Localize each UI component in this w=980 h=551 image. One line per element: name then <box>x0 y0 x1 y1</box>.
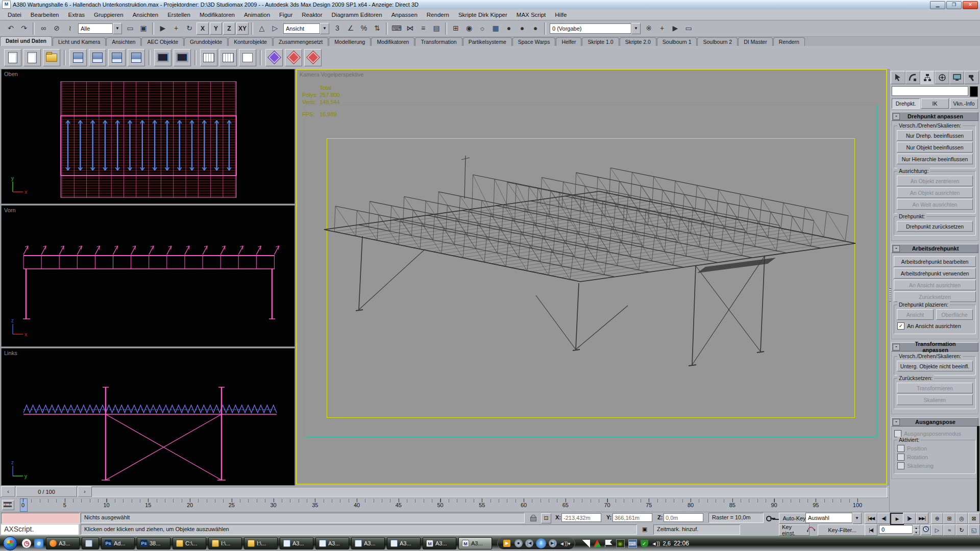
tab-zusammengesetzt[interactable]: Zusammengesetzt <box>273 37 328 46</box>
x-coordinate-field[interactable] <box>561 513 601 522</box>
taskbar-button-viewer-window-2[interactable]: A3... <box>315 537 349 549</box>
zoom-all-icon[interactable]: ⊞ <box>943 513 955 524</box>
select-and-scale-icon[interactable]: △ <box>256 22 268 35</box>
open-file-icon[interactable] <box>23 49 41 66</box>
ik-mode-button[interactable]: IK <box>921 98 949 109</box>
selection-lock-icon[interactable] <box>529 513 538 522</box>
axis-x-toggle[interactable]: X <box>197 22 209 35</box>
isolate-cube-icon[interactable]: ▣ <box>640 525 649 534</box>
chevron-down-icon[interactable]: ▼ <box>113 23 122 34</box>
menu-reaktor[interactable]: Reaktor <box>297 11 327 19</box>
key-mode-toggle[interactable]: |◀| <box>865 524 877 536</box>
key-icon[interactable] <box>766 513 775 522</box>
current-frame-field[interactable] <box>879 525 913 534</box>
next-frame-button[interactable]: ||▶ <box>903 513 916 524</box>
tab-modifikatoren[interactable]: Modifikatoren <box>371 37 414 46</box>
open-folder-icon[interactable] <box>43 49 60 66</box>
link-info-mode-button[interactable]: Vkn.-Info <box>950 98 978 109</box>
taskbar-button-max-window-1[interactable]: MA3... <box>423 537 456 549</box>
tab-konturobjekte[interactable]: Konturobjekte <box>228 37 273 46</box>
align-to-world-button[interactable]: An Welt ausrichten <box>897 199 973 210</box>
viewport-left[interactable]: Links zy <box>1 348 295 486</box>
select-and-link-icon[interactable]: ∞ <box>37 22 50 35</box>
file-link-manager-icon[interactable] <box>174 49 191 66</box>
tab-di-master[interactable]: DI Master <box>738 37 773 46</box>
select-and-manipulate-icon[interactable]: ▷ <box>269 22 281 35</box>
taskbar-clock[interactable]: 22:06 <box>674 540 689 547</box>
pan-view-icon[interactable]: ≈ <box>943 524 955 536</box>
z-coordinate-field[interactable] <box>664 513 703 522</box>
taskbar-button-max-window-2[interactable]: MA3... <box>458 537 492 549</box>
maxscript-mini-listener-pink[interactable] <box>1 513 80 524</box>
zoom-extents-icon[interactable]: ◎ <box>955 513 968 524</box>
render-activeshade-icon[interactable]: ● <box>529 22 542 35</box>
scale-checkbox[interactable] <box>897 462 904 469</box>
media-stop-button[interactable]: ■ <box>514 539 523 547</box>
zoom-extents-all-icon[interactable]: ⊠ <box>968 513 980 524</box>
axis-xy-toggle[interactable]: XY <box>236 22 249 35</box>
menu-ansichten[interactable]: Ansichten <box>128 11 163 19</box>
new-scene-explorer-icon[interactable]: ▭ <box>682 22 695 35</box>
reset-transform-button[interactable]: Transformieren <box>897 383 973 393</box>
media-previous-button[interactable]: |◀ <box>525 539 533 547</box>
pivot-mode-button[interactable]: Drehpkt. <box>892 98 920 109</box>
layer-dropdown[interactable]: 0 (Vorgabe)▼ <box>550 23 641 34</box>
tab-display-icon[interactable] <box>949 71 964 84</box>
menu-animation[interactable]: Animation <box>239 11 275 19</box>
time-configuration-icon[interactable] <box>921 525 931 535</box>
viewport-top-label[interactable]: Oben <box>4 71 18 77</box>
unlink-selection-icon[interactable]: ⊘ <box>51 22 63 35</box>
rotation-checkbox[interactable] <box>897 454 904 461</box>
spreadsheet-tool-icon[interactable] <box>219 49 237 66</box>
tab-skripte-2-0[interactable]: Skripte 2.0 <box>620 37 656 46</box>
tab-grundobjekte[interactable]: Grundobjekte <box>184 37 228 46</box>
go-to-end-button[interactable]: ▶▶| <box>916 513 928 524</box>
menu-anpassen[interactable]: Anpassen <box>387 11 422 19</box>
time-slider-handle[interactable]: 0 / 100 <box>16 486 77 497</box>
tab-datei-und-daten[interactable]: Datei und Daten <box>0 36 52 46</box>
material-editor-icon[interactable]: ◉ <box>463 22 475 35</box>
field-of-view-icon[interactable]: ▷ <box>931 524 943 536</box>
quick-launch-ie-icon[interactable]: e <box>34 539 43 548</box>
next-frame-arrow[interactable]: › <box>78 486 92 497</box>
tab-create-icon[interactable] <box>891 71 905 84</box>
reset-scale-button[interactable]: Skalieren <box>897 394 973 405</box>
use-working-pivot-button[interactable]: Arbeitsdrehpunkt verwenden <box>894 268 976 279</box>
maxscript-mini-listener[interactable]: AXScript. <box>1 524 79 535</box>
time-slider-track[interactable] <box>1 487 887 497</box>
taskbar-button-viewer-window-4[interactable]: A3... <box>387 537 421 549</box>
y-coordinate-field[interactable] <box>612 513 652 522</box>
auto-key-button[interactable]: Auto-Key <box>779 513 810 524</box>
gem-script-red-2-icon[interactable] <box>304 49 322 66</box>
command-panel-scrollbar[interactable] <box>977 426 979 511</box>
new-scene-icon[interactable] <box>4 49 21 66</box>
reset-working-pivot-button[interactable]: Zurücksetzen <box>894 291 976 302</box>
position-checkbox[interactable] <box>897 445 904 452</box>
menu-erstellen[interactable]: Erstellen <box>163 11 195 19</box>
select-object-icon[interactable]: ▶ <box>157 22 169 35</box>
viewport-camera[interactable]: Kamera Vogelperspektive Total Polys:257.… <box>296 69 887 485</box>
menu-modifikatoren[interactable]: Modifikatoren <box>195 11 239 19</box>
taskbar-button-folder-window-3[interactable]: I:\... <box>244 537 278 549</box>
rendered-frame-window-icon[interactable]: ▦ <box>489 22 502 35</box>
graph-editors-icon[interactable]: ⊞ <box>450 22 462 35</box>
reference-pose-mode-checkbox[interactable] <box>894 430 901 437</box>
key-filter-button[interactable]: Key-Filter... <box>818 524 867 536</box>
save-copy-icon[interactable] <box>108 49 126 66</box>
selection-filter-dropdown[interactable]: Alle▼ <box>78 23 122 34</box>
menu-bearbeiten[interactable]: Bearbeiten <box>26 11 64 19</box>
rectangular-selection-region-icon[interactable]: ▭ <box>124 22 136 35</box>
track-bar-ruler[interactable]: 0510152025303540455055606570758085909510… <box>15 498 883 512</box>
volume-tray-icon[interactable]: ◄)) <box>652 540 659 547</box>
tab-soulbourn-1[interactable]: Soulbourn 1 <box>657 37 697 46</box>
save-as-icon[interactable] <box>89 49 106 66</box>
media-player-icon[interactable]: ▶ <box>503 540 510 547</box>
tab-rendern[interactable]: Rendern <box>773 37 805 46</box>
media-pause-button[interactable]: || <box>536 538 546 548</box>
undo-icon[interactable]: ↶ <box>5 22 17 35</box>
open-mini-curve-editor-icon[interactable] <box>2 500 14 510</box>
window-crossing-toggle-icon[interactable]: ▣ <box>137 22 150 35</box>
place-view-button[interactable]: Ansicht <box>897 309 934 320</box>
absolute-offset-toggle[interactable]: ⊡ <box>541 513 551 523</box>
tab-skripte-1-0[interactable]: Skripte 1.0 <box>582 37 619 46</box>
